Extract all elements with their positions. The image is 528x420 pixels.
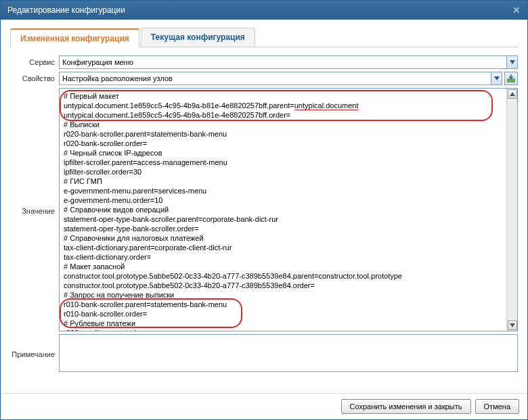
scroll-down-icon[interactable]	[508, 321, 517, 330]
value-line: untypical.document.1e859cc5-4c95-4b9a-b8…	[64, 110, 502, 120]
service-combo[interactable]: Конфигурация меню	[59, 55, 518, 69]
value-line: r020-bank-scroller.parent=statements-ban…	[64, 129, 502, 139]
row-property: Свойство Настройка расположения узлов	[10, 72, 518, 85]
value-line: statement-oper-type-bank-scroller.order=	[64, 224, 502, 233]
footer: Сохранить изменения и закрыть Отмена	[1, 393, 527, 419]
svg-marker-0	[510, 60, 515, 64]
content-area: Измененная конфигурация Текущая конфигур…	[1, 20, 527, 419]
svg-marker-4	[510, 323, 515, 327]
value-textarea[interactable]: # Первый макетuntypical.document.1e859cc…	[59, 88, 518, 331]
chevron-down-icon[interactable]	[491, 72, 502, 85]
value-line: # Черный список IP-адресов	[64, 148, 502, 158]
value-line: tax-client-dictionary.order=	[64, 252, 502, 262]
value-line: # Выписки	[64, 120, 502, 129]
label-notes: Примечание	[10, 348, 59, 358]
notes-textarea[interactable]	[59, 334, 518, 372]
value-line: untypical.document.1e859cc5-4c95-4b9a-b8…	[64, 101, 502, 110]
save-button[interactable]: Сохранить изменения и закрыть	[341, 399, 471, 414]
scroll-up-icon[interactable]	[508, 89, 517, 99]
value-line: r020-bank-scroller.order=	[64, 139, 502, 148]
property-combo[interactable]: Настройка расположения узлов	[59, 72, 502, 85]
label-property: Свойство	[10, 72, 59, 83]
value-line: constructor.tool.prototype.5abbe502-0c33…	[64, 271, 502, 281]
row-service: Сервис Конфигурация меню	[10, 55, 518, 69]
value-line: # Рублевые платежи	[64, 319, 502, 328]
svg-marker-3	[510, 92, 515, 96]
scrollbar-vertical[interactable]	[506, 89, 517, 331]
row-value: Значение # Первый макетuntypical.documen…	[10, 88, 518, 331]
value-line: # Первый макет	[64, 91, 502, 101]
value-line: # Справочник видов операций	[64, 205, 502, 214]
value-line: r010-bank-scroller.order=	[64, 309, 502, 319]
value-line: ipfilter-scroller.parent=access-manageme…	[64, 158, 502, 167]
property-value: Настройка расположения узлов	[60, 73, 491, 84]
value-line: # ГИС ГМП	[64, 177, 502, 186]
import-icon[interactable]	[504, 72, 518, 85]
value-line: r010-bank-scroller.parent=statements-ban…	[64, 300, 502, 309]
value-line: # Справочники для налоговых платежей	[64, 233, 502, 243]
value-line: r030-scroller.parent=rko-rur-menu	[64, 328, 502, 331]
tab-current-config[interactable]: Текущая конфигурация	[141, 28, 255, 47]
titlebar: Редактирование конфигурации ✕	[1, 1, 527, 20]
close-icon[interactable]: ✕	[512, 5, 521, 16]
value-line: constructor.tool.prototype.5abbe502-0c33…	[64, 281, 502, 290]
label-value: Значение	[10, 204, 59, 215]
label-service: Сервис	[10, 55, 59, 66]
value-line: statement-oper-type-bank-scroller.parent…	[64, 214, 502, 224]
value-line: # Макет запасной	[64, 262, 502, 271]
cancel-button[interactable]: Отмена	[475, 399, 519, 414]
svg-marker-1	[494, 76, 500, 80]
value-line: # Запрос на получение выписки	[64, 290, 502, 300]
value-line: e-government-menu.parent=services-menu	[64, 186, 502, 195]
chevron-down-icon[interactable]	[506, 56, 517, 68]
value-line: tax-client-dictionary.parent=corporate-c…	[64, 243, 502, 252]
row-notes: Примечание	[10, 334, 518, 372]
value-content[interactable]: # Первый макетuntypical.document.1e859cc…	[60, 89, 506, 331]
window-title: Редактирование конфигурации	[7, 5, 125, 15]
value-line: ipfilter-scroller.order=30	[64, 167, 502, 177]
tab-strip: Измененная конфигурация Текущая конфигур…	[10, 28, 518, 47]
config-edit-window: Редактирование конфигурации ✕ Измененная…	[0, 0, 528, 420]
tab-changed-config[interactable]: Измененная конфигурация	[10, 28, 139, 47]
value-line: e-government-menu.order=10	[64, 195, 502, 205]
service-value: Конфигурация меню	[60, 57, 506, 68]
